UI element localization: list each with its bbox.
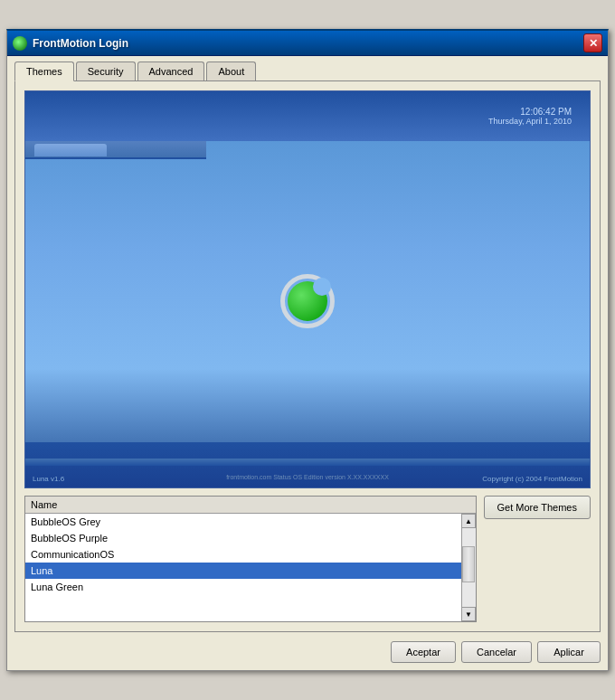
list-item[interactable]: BubbleOS Grey [25, 514, 461, 530]
list-area: Name BubbleOS Grey BubbleOS Purple Commu… [24, 496, 591, 622]
preview-date: Thursday, April 1, 2010 [488, 117, 572, 126]
window-title: FrontMotion Login [33, 37, 583, 50]
preview-footer-center: frontmotion.com Status OS Edition versio… [226, 474, 389, 480]
list-header: Name [25, 497, 476, 514]
themes-list[interactable]: BubbleOS Grey BubbleOS Purple Communicat… [25, 514, 461, 621]
preview-footer: Luna v1.6 frontmotion.com Status OS Edit… [25, 442, 590, 487]
tab-security[interactable]: Security [76, 61, 136, 80]
cancel-button[interactable]: Cancelar [461, 641, 532, 663]
get-more-themes-button[interactable]: Get More Themes [484, 496, 591, 519]
list-item[interactable]: CommunicationOS [25, 546, 461, 563]
theme-preview: 12:06:42 PM Thursday, April 1, 2010 Luna… [24, 90, 591, 488]
list-item[interactable]: BubbleOS Purple [25, 530, 461, 546]
main-window: FrontMotion Login ✕ Themes Security Adva… [6, 29, 609, 671]
accept-button[interactable]: Aceptar [391, 641, 456, 663]
app-icon [13, 36, 27, 51]
list-scroll-area: BubbleOS Grey BubbleOS Purple Communicat… [25, 514, 476, 621]
preview-header: 12:06:42 PM Thursday, April 1, 2010 [25, 91, 590, 141]
tabs-bar: Themes Security Advanced About [7, 56, 608, 80]
preview-footer-bar [25, 459, 590, 466]
tab-advanced[interactable]: Advanced [137, 61, 205, 80]
list-item-selected[interactable]: Luna [25, 563, 461, 579]
scroll-up-arrow[interactable]: ▲ [461, 514, 476, 528]
tab-themes[interactable]: Themes [14, 61, 74, 81]
logo-notch [313, 278, 331, 296]
frontmotion-logo [280, 274, 335, 328]
themes-list-container: Name BubbleOS Grey BubbleOS Purple Commu… [24, 496, 477, 622]
preview-footer-right: Copyright (c) 2004 FrontMotion [482, 475, 582, 483]
apply-button[interactable]: Aplicar [537, 641, 601, 663]
scroll-down-arrow[interactable]: ▼ [461, 607, 476, 621]
scroll-track [462, 528, 476, 607]
preview-tab-strip [25, 141, 206, 159]
tab-about[interactable]: About [206, 61, 256, 80]
close-button[interactable]: ✕ [583, 33, 602, 52]
scrollbar[interactable]: ▲ ▼ [461, 514, 476, 621]
list-item[interactable]: Luna Green [25, 579, 461, 595]
preview-time: 12:06:42 PM [520, 107, 572, 117]
name-column-header: Name [31, 499, 57, 510]
preview-body [25, 159, 590, 442]
titlebar: FrontMotion Login ✕ [7, 31, 608, 56]
preview-footer-left: Luna v1.6 [33, 475, 64, 483]
preview-tab-item [34, 144, 107, 156]
scroll-thumb[interactable] [462, 546, 475, 582]
tab-content: 12:06:42 PM Thursday, April 1, 2010 Luna… [14, 80, 601, 632]
bottom-buttons-bar: Aceptar Cancelar Aplicar [7, 632, 608, 670]
